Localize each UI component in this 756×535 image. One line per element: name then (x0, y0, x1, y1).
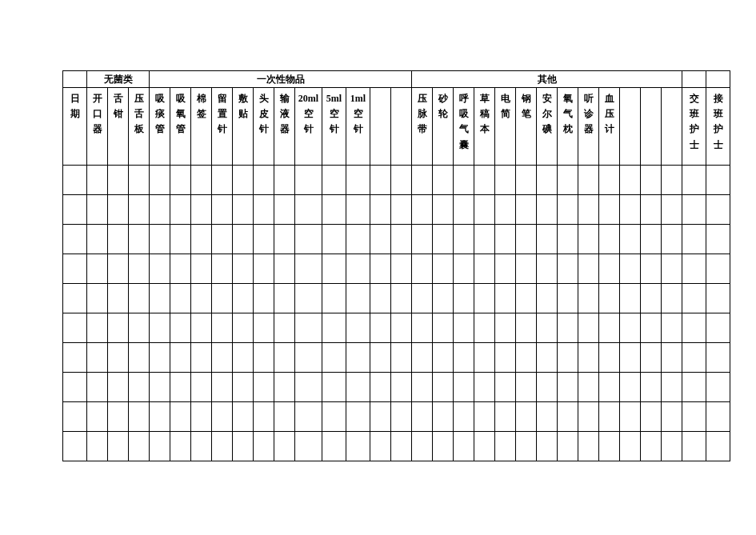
cell-suction-tube (150, 343, 170, 373)
cell-scalp-ndl (254, 254, 274, 284)
cell-gap-a (370, 343, 391, 373)
cell-suction-tube (150, 313, 170, 343)
cell-sphygmo (599, 284, 620, 313)
cell-stethoscope (578, 225, 599, 254)
cell-syr-1ml (346, 373, 370, 402)
cell-syr-5ml (322, 225, 346, 254)
cell-gap-d (641, 432, 662, 461)
cell-draft-book (474, 432, 495, 461)
cell-handover-out (682, 284, 706, 313)
cell-syr-1ml (346, 432, 370, 461)
cell-syr-20ml (295, 254, 322, 284)
cell-steel-pen (516, 373, 537, 402)
cell-steel-pen (516, 195, 537, 225)
cell-gap-c (620, 313, 641, 343)
cell-tongue-dep (129, 166, 150, 195)
cell-gap-b (391, 343, 412, 373)
cell-iodophor (537, 402, 558, 432)
cell-gap-b (391, 195, 412, 225)
cell-handover-in (706, 284, 730, 313)
cell-tourniquet (412, 166, 433, 195)
cell-handover-in (706, 195, 730, 225)
cell-breath-bag (454, 195, 474, 225)
cell-grind-wheel (433, 432, 454, 461)
cell-syr-20ml (295, 225, 322, 254)
cell-cotton-swab (191, 166, 212, 195)
cell-cotton-swab (191, 313, 212, 343)
cell-iodophor (537, 343, 558, 373)
cell-draft-book (474, 373, 495, 402)
cell-date (63, 402, 87, 432)
cell-iodophor (537, 313, 558, 343)
cell-iodophor (537, 432, 558, 461)
cell-syr-1ml (346, 313, 370, 343)
cell-iodophor (537, 284, 558, 313)
cell-tongue-fcps (108, 166, 129, 195)
cell-iodophor (537, 195, 558, 225)
cell-gap-d (641, 402, 662, 432)
col-label-flashlight: 电简 (495, 88, 515, 122)
cell-gap-d (641, 373, 662, 402)
col-header-scalp-ndl: 头皮针 (254, 88, 274, 166)
category-blank (682, 71, 706, 88)
column-header-row: 日期开口器舌钳压舌板吸痰管吸氧管棉签留置针敷贴头皮针输液器20ml空针5ml空针… (63, 88, 730, 166)
cell-tongue-fcps (108, 254, 129, 284)
cell-steel-pen (516, 284, 537, 313)
cell-o2-tube (170, 254, 191, 284)
cell-tongue-dep (129, 402, 150, 432)
col-label-infusion-set: 输液器 (274, 88, 294, 138)
col-label-gap-c (620, 88, 640, 91)
cell-scalp-ndl (254, 195, 274, 225)
cell-steel-pen (516, 432, 537, 461)
cell-steel-pen (516, 166, 537, 195)
cell-suction-tube (150, 254, 170, 284)
col-header-handover-in: 接班护士 (706, 88, 730, 166)
col-label-mouth-gag: 开口器 (87, 88, 107, 138)
cell-mouth-gag (87, 254, 108, 284)
cell-gap-e (662, 313, 682, 343)
cell-suction-tube (150, 432, 170, 461)
cell-suction-tube (150, 166, 170, 195)
cell-mouth-gag (87, 432, 108, 461)
cell-indwell-ndl (212, 432, 233, 461)
cell-draft-book (474, 225, 495, 254)
cell-tourniquet (412, 343, 433, 373)
cell-suction-tube (150, 402, 170, 432)
cell-date (63, 432, 87, 461)
cell-handover-out (682, 254, 706, 284)
cell-stethoscope (578, 254, 599, 284)
col-label-draft-book: 草稿本 (474, 88, 494, 138)
col-label-syr-5ml: 5ml空针 (322, 88, 346, 138)
cell-sphygmo (599, 432, 620, 461)
cell-suction-tube (150, 225, 170, 254)
table-row (63, 166, 730, 195)
cell-indwell-ndl (212, 166, 233, 195)
cell-o2-tube (170, 313, 191, 343)
col-label-handover-in: 接班护士 (706, 88, 730, 153)
col-label-steel-pen: 钢笔 (516, 88, 536, 122)
cell-mouth-gag (87, 195, 108, 225)
cell-indwell-ndl (212, 343, 233, 373)
cell-syr-1ml (346, 166, 370, 195)
cell-gap-e (662, 373, 682, 402)
cell-o2-tube (170, 432, 191, 461)
cell-cotton-swab (191, 402, 212, 432)
cell-scalp-ndl (254, 432, 274, 461)
col-header-indwell-ndl: 留置针 (212, 88, 233, 166)
col-header-gap-c (620, 88, 641, 166)
col-header-stethoscope: 听诊器 (578, 88, 599, 166)
category-sterile: 无菌类 (87, 71, 150, 88)
cell-sphygmo (599, 225, 620, 254)
category-disposable: 一次性物品 (150, 71, 412, 88)
cell-draft-book (474, 284, 495, 313)
col-header-iodophor: 安尔碘 (537, 88, 558, 166)
cell-steel-pen (516, 254, 537, 284)
col-label-gap-d (641, 88, 661, 91)
cell-breath-bag (454, 432, 474, 461)
cell-sphygmo (599, 373, 620, 402)
cell-stethoscope (578, 343, 599, 373)
cell-draft-book (474, 343, 495, 373)
cell-gap-b (391, 284, 412, 313)
cell-infusion-set (274, 313, 295, 343)
cell-o2-pillow (558, 402, 578, 432)
